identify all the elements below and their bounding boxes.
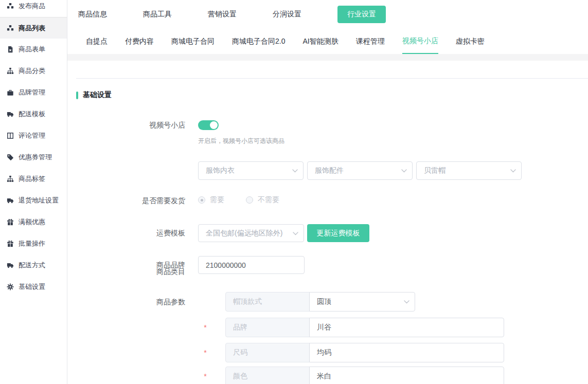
sidebar-item-publish-product[interactable]: 发布商品 bbox=[0, 0, 67, 17]
param-row-hat-top-style: 帽顶款式 圆顶 bbox=[225, 292, 415, 312]
shipping-required-radios: 需要 不需要 bbox=[198, 195, 279, 205]
param-row-color: * 颜色 bbox=[225, 367, 504, 384]
category-row: 商品类目 服饰内衣 服饰配件 贝雷帽 bbox=[198, 161, 522, 180]
radio-dot-icon bbox=[198, 196, 205, 204]
truck-icon bbox=[7, 197, 14, 204]
freight-template-select[interactable]: 全国包邮(偏远地区除外) bbox=[198, 224, 304, 242]
tab-video-channel-shop[interactable]: 视频号小店 bbox=[402, 29, 438, 54]
sidebar-item-product-category[interactable]: 商品分类 bbox=[0, 60, 67, 82]
tab-virtual-card-key[interactable]: 虚拟卡密 bbox=[456, 29, 485, 54]
param-name-box: 帽顶款式 bbox=[225, 292, 310, 312]
update-freight-template-button[interactable]: 更新运费模板 bbox=[307, 224, 369, 242]
section-title: 基础设置 bbox=[76, 90, 112, 100]
section-title-bar bbox=[76, 92, 78, 99]
store-toggle[interactable] bbox=[198, 120, 219, 130]
category-select-level3[interactable]: 贝雷帽 bbox=[416, 161, 522, 180]
brand-input[interactable] bbox=[198, 256, 305, 274]
category-select-level1[interactable]: 服饰内衣 bbox=[198, 161, 304, 180]
sidebar: 发布商品 商品列表 商品表单 商品分类 品牌管理 配送模板 评论管理 优惠券管理… bbox=[0, 0, 67, 384]
gift-icon bbox=[7, 240, 14, 247]
gift-icon bbox=[7, 218, 14, 226]
store-toggle-hint: 开启后，视频号小店可选该商品 bbox=[198, 137, 284, 145]
truck-icon bbox=[7, 111, 14, 118]
tab-course-management[interactable]: 课程管理 bbox=[356, 29, 385, 54]
sidebar-item-delivery-method[interactable]: 配送方式 bbox=[0, 254, 67, 276]
chevron-down-icon bbox=[401, 169, 407, 173]
sidebar-item-basic-settings[interactable]: 基础设置 bbox=[0, 276, 67, 298]
required-marker: * bbox=[200, 318, 210, 337]
chevron-down-icon bbox=[404, 300, 409, 304]
shipping-required-label: 是否需要发货 bbox=[67, 195, 185, 206]
sitemap-icon bbox=[7, 175, 14, 182]
sidebar-item-comment-management[interactable]: 评论管理 bbox=[0, 125, 67, 147]
tab-pickup-point[interactable]: 自提点 bbox=[86, 29, 108, 54]
tab-product-info[interactable]: 商品信息 bbox=[78, 10, 107, 19]
columns-icon bbox=[7, 132, 14, 139]
params-label: 商品参数 bbox=[67, 292, 185, 312]
secondary-tabs: 自提点 付费内容 商城电子合同 商城电子合同2.0 AI智能测肤 课程管理 视频… bbox=[67, 29, 588, 54]
param-value-select[interactable]: 圆顶 bbox=[309, 292, 415, 312]
content-card: 基础设置 视频号小店 开启后，视频号小店可选该商品 商品类目 服饰内衣 服饰配件 bbox=[67, 61, 588, 384]
sidebar-item-full-discount[interactable]: 满额优惠 bbox=[0, 211, 67, 233]
brand-label: 商品品牌 bbox=[67, 256, 185, 274]
sidebar-item-coupon-management[interactable]: 优惠券管理 bbox=[0, 147, 67, 168]
param-row-brand: * 品牌 bbox=[225, 318, 504, 337]
radio-no-shipping[interactable]: 不需要 bbox=[246, 195, 279, 205]
truck-icon bbox=[7, 262, 14, 269]
param-row-size: * 尺码 bbox=[225, 343, 504, 362]
toggle-knob bbox=[210, 121, 218, 129]
sidebar-item-product-form[interactable]: 商品表单 bbox=[0, 39, 67, 60]
briefcase-icon bbox=[7, 89, 14, 96]
param-value-input[interactable] bbox=[309, 367, 504, 384]
param-value-input[interactable] bbox=[309, 318, 504, 337]
sitemap-icon bbox=[7, 67, 14, 75]
required-marker: * bbox=[200, 367, 210, 384]
tab-product-tools[interactable]: 商品工具 bbox=[143, 10, 172, 19]
main-area: 商品信息 商品工具 营销设置 分润设置 行业设置 自提点 付费内容 商城电子合同… bbox=[67, 0, 588, 384]
section-gap bbox=[67, 54, 588, 61]
radio-need-shipping[interactable]: 需要 bbox=[198, 195, 224, 205]
tab-bar-card: 商品信息 商品工具 营销设置 分润设置 行业设置 自提点 付费内容 商城电子合同… bbox=[67, 0, 588, 54]
file-icon bbox=[7, 46, 14, 53]
divider bbox=[76, 78, 588, 79]
tab-paid-content[interactable]: 付费内容 bbox=[125, 29, 154, 54]
chevron-down-icon bbox=[510, 169, 516, 173]
param-name-box: 品牌 bbox=[225, 318, 310, 337]
cubes-icon bbox=[7, 25, 14, 32]
cubes-icon bbox=[7, 3, 14, 10]
sidebar-item-delivery-template[interactable]: 配送模板 bbox=[0, 103, 67, 125]
chevron-down-icon bbox=[292, 169, 298, 173]
sidebar-item-batch-operation[interactable]: 批量操作 bbox=[0, 233, 67, 254]
sidebar-menu: 发布商品 商品列表 商品表单 商品分类 品牌管理 配送模板 评论管理 优惠券管理… bbox=[0, 0, 67, 298]
gear-icon bbox=[7, 283, 14, 290]
radio-dot-icon bbox=[246, 196, 253, 204]
param-value-input[interactable] bbox=[309, 343, 504, 362]
chevron-down-icon bbox=[293, 232, 298, 235]
tab-profit-settings[interactable]: 分润设置 bbox=[273, 10, 301, 19]
tab-ai-skin-test[interactable]: AI智能测肤 bbox=[302, 29, 338, 54]
sidebar-item-product-list[interactable]: 商品列表 bbox=[0, 17, 67, 39]
category-select-level2[interactable]: 服饰配件 bbox=[307, 161, 413, 180]
tab-marketing-settings[interactable]: 营销设置 bbox=[208, 10, 237, 19]
primary-tabs: 商品信息 商品工具 营销设置 分润设置 行业设置 bbox=[67, 0, 588, 29]
tab-mall-econtract[interactable]: 商城电子合同 bbox=[171, 29, 215, 54]
sidebar-item-product-tags[interactable]: 商品标签 bbox=[0, 168, 67, 190]
sidebar-item-brand-management[interactable]: 品牌管理 bbox=[0, 82, 67, 103]
param-name-box: 颜色 bbox=[225, 367, 310, 384]
tag-icon bbox=[7, 154, 14, 161]
sidebar-item-return-address[interactable]: 退货地址设置 bbox=[0, 190, 67, 211]
store-toggle-label: 视频号小店 bbox=[67, 120, 185, 130]
app-root: 发布商品 商品列表 商品表单 商品分类 品牌管理 配送模板 评论管理 优惠券管理… bbox=[0, 0, 588, 384]
required-marker: * bbox=[200, 343, 210, 362]
tab-mall-econtract-2[interactable]: 商城电子合同2.0 bbox=[232, 29, 285, 54]
tab-industry-settings[interactable]: 行业设置 bbox=[337, 6, 386, 23]
freight-template-label: 运费模板 bbox=[67, 224, 185, 242]
param-name-box: 尺码 bbox=[225, 343, 310, 362]
